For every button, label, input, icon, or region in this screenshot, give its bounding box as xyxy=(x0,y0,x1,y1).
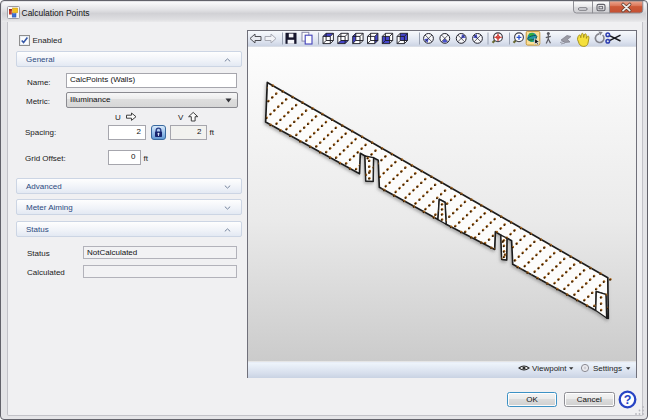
svg-text:U: U xyxy=(115,113,121,122)
svg-text:?: ? xyxy=(624,393,632,407)
svg-text:V: V xyxy=(178,113,184,122)
